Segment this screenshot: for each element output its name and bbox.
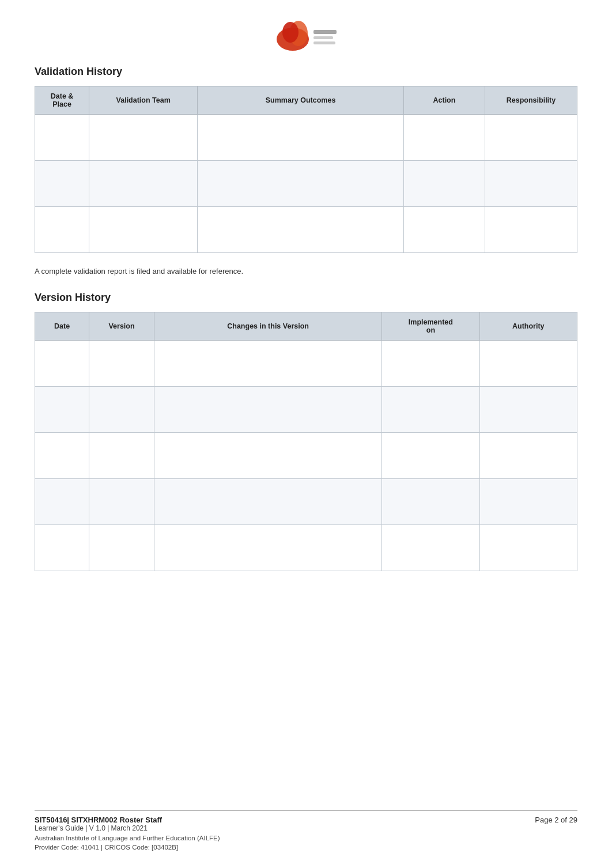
version-cell-changes: [154, 341, 382, 387]
validation-cell-summary_outcomes: [198, 161, 404, 207]
version-cell-authority: [479, 525, 577, 571]
validation-table-row: [35, 115, 577, 161]
validation-cell-date_place: [35, 115, 89, 161]
version-cell-implemented_on: [382, 433, 479, 479]
version-table-row: [35, 479, 577, 525]
svg-rect-5: [313, 41, 335, 44]
version-cell-authority: [479, 387, 577, 433]
svg-rect-3: [313, 30, 337, 34]
validation-cell-responsibility: [485, 115, 577, 161]
validation-cell-action: [403, 161, 485, 207]
footer-institute-line1: Australian Institute of Language and Fur…: [35, 835, 220, 841]
version-cell-implemented_on: [382, 341, 479, 387]
footer-page-info: Page 2 of 29: [535, 816, 577, 824]
version-table-row: [35, 433, 577, 479]
version-cell-date: [35, 525, 89, 571]
validation-cell-validation_team: [89, 207, 198, 253]
footer-left: SIT50416| SITXHRM002 Roster Staff Learne…: [35, 816, 220, 851]
version-cell-authority: [479, 433, 577, 479]
validation-cell-summary_outcomes: [198, 115, 404, 161]
version-cell-date: [35, 479, 89, 525]
footer: SIT50416| SITXHRM002 Roster Staff Learne…: [35, 810, 577, 851]
svg-rect-4: [313, 36, 333, 39]
val-col-header-action: Action: [403, 86, 485, 115]
version-cell-authority: [479, 479, 577, 525]
version-cell-implemented_on: [382, 387, 479, 433]
validation-cell-action: [403, 115, 485, 161]
version-cell-date: [35, 433, 89, 479]
version-cell-changes: [154, 479, 382, 525]
version-cell-implemented_on: [382, 525, 479, 571]
version-cell-changes: [154, 525, 382, 571]
version-cell-version: [89, 525, 154, 571]
validation-cell-validation_team: [89, 115, 198, 161]
ver-col-header-changes: Changes in this Version: [154, 312, 382, 341]
version-cell-implemented_on: [382, 479, 479, 525]
val-col-header-responsibility: Responsibility: [485, 86, 577, 115]
version-cell-version: [89, 341, 154, 387]
logo-icon: [269, 17, 343, 55]
version-cell-date: [35, 341, 89, 387]
val-col-header-summary: Summary Outcomes: [198, 86, 404, 115]
version-table-row: [35, 387, 577, 433]
version-table-row: [35, 341, 577, 387]
ver-col-header-authority: Authority: [479, 312, 577, 341]
validation-cell-responsibility: [485, 207, 577, 253]
val-col-header-date: Date &Place: [35, 86, 89, 115]
svg-point-2: [282, 22, 299, 43]
validation-table-row: [35, 207, 577, 253]
validation-history-title: Validation History: [35, 66, 577, 78]
footer-doc-title: SIT50416| SITXHRM002 Roster Staff: [35, 816, 220, 824]
validation-cell-date_place: [35, 161, 89, 207]
version-cell-version: [89, 387, 154, 433]
footer-doc-subtitle: Learner's Guide | V 1.0 | March 2021: [35, 824, 220, 832]
validation-cell-responsibility: [485, 161, 577, 207]
ver-col-header-version: Version: [89, 312, 154, 341]
validation-cell-action: [403, 207, 485, 253]
version-table-row: [35, 525, 577, 571]
validation-cell-validation_team: [89, 161, 198, 207]
page-wrapper: Validation History Date &Place Validatio…: [0, 0, 612, 868]
version-history-table: Date Version Changes in this Version Imp…: [35, 312, 577, 571]
validation-cell-date_place: [35, 207, 89, 253]
ver-col-header-date: Date: [35, 312, 89, 341]
version-cell-version: [89, 479, 154, 525]
validation-table-row: [35, 161, 577, 207]
validation-history-section: Validation History Date &Place Validatio…: [35, 66, 577, 253]
ver-col-header-implemented: Implementedon: [382, 312, 479, 341]
version-history-title: Version History: [35, 292, 577, 304]
version-cell-version: [89, 433, 154, 479]
version-cell-changes: [154, 387, 382, 433]
version-cell-changes: [154, 433, 382, 479]
val-col-header-team: Validation Team: [89, 86, 198, 115]
validation-cell-summary_outcomes: [198, 207, 404, 253]
footer-institute-line2: Provider Code: 41041 | CRICOS Code: [034…: [35, 844, 220, 851]
version-history-section: Version History Date Version Changes in …: [35, 292, 577, 571]
validation-history-table: Date &Place Validation Team Summary Outc…: [35, 86, 577, 253]
logo-area: [35, 17, 577, 56]
validation-note: A complete validation report is filed an…: [35, 267, 577, 276]
version-cell-date: [35, 387, 89, 433]
version-cell-authority: [479, 341, 577, 387]
